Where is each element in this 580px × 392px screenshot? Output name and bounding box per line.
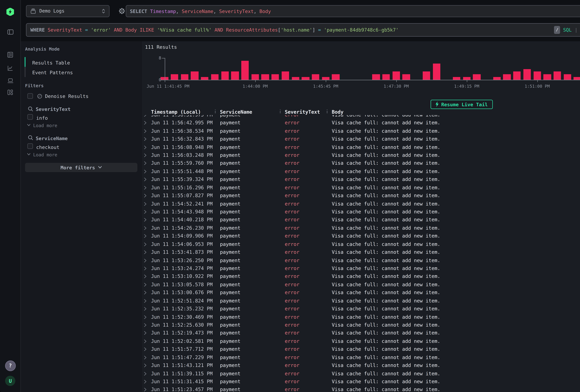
log-row[interactable]: Jun 11 1:55:51.448 PMpaymenterrorVisa ca…: [142, 167, 580, 176]
filters-label: Filters: [25, 83, 44, 88]
column-header-servicename[interactable]: ServiceName: [220, 109, 252, 114]
histogram-bar[interactable]: [403, 74, 410, 81]
severity-info-checkbox[interactable]: [27, 114, 33, 120]
log-row[interactable]: Jun 11 1:53:00.676 PMpaymenterrorVisa ca…: [142, 289, 580, 297]
log-row[interactable]: Jun 11 1:51:43.121 PMpaymenterrorVisa ca…: [142, 361, 580, 370]
histogram-bar[interactable]: [221, 72, 229, 81]
source-settings-button[interactable]: [119, 8, 125, 14]
filter-group-title-servicename[interactable]: ServiceName: [36, 135, 68, 141]
sidebar-toggle-icon[interactable]: [0, 29, 21, 35]
column-divider-handle[interactable]: [327, 110, 328, 114]
histogram-bar[interactable]: [523, 69, 531, 81]
log-row[interactable]: Jun 11 1:56:32.843 PMpaymenterrorVisa ca…: [142, 135, 580, 143]
mode-results-table[interactable]: Results Table: [32, 60, 70, 65]
log-row[interactable]: Jun 11 1:54:09.906 PMpaymenterrorVisa ca…: [142, 232, 580, 240]
log-row[interactable]: Jun 11 1:55:07.827 PMpaymenterrorVisa ca…: [142, 192, 580, 200]
histogram-bar[interactable]: [282, 72, 289, 81]
log-row[interactable]: Jun 11 1:54:52.241 PMpaymenterrorVisa ca…: [142, 200, 580, 208]
severity-load-more[interactable]: Load more: [33, 123, 57, 128]
histogram-bar[interactable]: [433, 63, 440, 81]
sessions-icon[interactable]: [0, 78, 21, 83]
histogram-bar[interactable]: [241, 61, 249, 81]
histogram-bar[interactable]: [554, 72, 561, 81]
histogram-bar[interactable]: [181, 74, 188, 81]
histogram-bar[interactable]: [171, 74, 178, 81]
column-header-timestamp-local[interactable]: Timestamp (Local): [151, 109, 201, 114]
log-row[interactable]: Jun 11 1:51:31.415 PMpaymenterrorVisa ca…: [142, 378, 580, 386]
log-row[interactable]: Jun 11 1:54:43.948 PMpaymenterrorVisa ca…: [142, 208, 580, 216]
histogram-bar[interactable]: [513, 72, 521, 81]
service-checkout-label[interactable]: checkout: [36, 144, 59, 150]
histogram-bar[interactable]: [473, 74, 480, 81]
log-row[interactable]: Jun 11 1:52:35.232 PMpaymenterrorVisa ca…: [142, 305, 580, 313]
column-divider-handle[interactable]: [280, 110, 281, 114]
source-select[interactable]: Demo Logs: [26, 5, 109, 17]
select-chevrons-icon: [101, 8, 105, 14]
histogram-bar[interactable]: [231, 72, 239, 81]
x-axis-line: [160, 80, 580, 80]
service-load-more[interactable]: Load more: [33, 152, 57, 157]
log-row[interactable]: Jun 11 1:53:26.250 PMpaymenterrorVisa ca…: [142, 256, 580, 264]
log-row[interactable]: Jun 11 1:52:25.630 PMpaymenterrorVisa ca…: [142, 321, 580, 329]
chart-explorer-icon[interactable]: [0, 65, 21, 71]
severity-info-label[interactable]: info: [36, 115, 48, 121]
histogram-bar[interactable]: [503, 74, 511, 81]
log-row[interactable]: Jun 11 1:53:10.922 PMpaymenterrorVisa ca…: [142, 272, 580, 281]
denoise-results-label[interactable]: Denoise Results: [45, 93, 89, 99]
log-row[interactable]: Jun 11 1:54:40.218 PMpaymenterrorVisa ca…: [142, 216, 580, 224]
more-filters-button[interactable]: More filters: [25, 163, 138, 172]
log-row[interactable]: Jun 11 1:51:57.712 PMpaymenterrorVisa ca…: [142, 345, 580, 353]
histogram-bar[interactable]: [382, 74, 390, 81]
filter-group-title-severitytext[interactable]: SeverityText: [36, 106, 71, 112]
histogram-bar[interactable]: [191, 72, 198, 81]
language-sql-option[interactable]: SQL: [563, 27, 572, 32]
column-header-body[interactable]: Body: [332, 109, 343, 114]
log-row[interactable]: Jun 11 1:55:59.760 PMpaymenterrorVisa ca…: [142, 159, 580, 167]
histogram-bar[interactable]: [211, 74, 219, 81]
log-row[interactable]: Jun 11 1:52:19.473 PMpaymenterrorVisa ca…: [142, 329, 580, 337]
histogram-bar[interactable]: [312, 74, 319, 81]
search-logs-icon[interactable]: [0, 52, 21, 58]
log-row[interactable]: Jun 11 1:53:41.873 PMpaymenterrorVisa ca…: [142, 248, 580, 257]
column-divider-handle[interactable]: [215, 110, 216, 114]
histogram-bar[interactable]: [251, 74, 259, 81]
histogram-bar[interactable]: [332, 74, 339, 81]
log-row[interactable]: Jun 11 1:52:30.469 PMpaymenterrorVisa ca…: [142, 313, 580, 321]
log-row[interactable]: Jun 11 1:51:23.457 PMpaymenterrorVisa ca…: [142, 386, 580, 392]
histogram-bar[interactable]: [544, 74, 551, 81]
log-row[interactable]: Jun 11 1:56:38.534 PMpaymenterrorVisa ca…: [142, 127, 580, 135]
log-row[interactable]: Jun 11 1:54:26.230 PMpaymenterrorVisa ca…: [142, 224, 580, 232]
log-row[interactable]: Jun 11 1:51:47.229 PMpaymenterrorVisa ca…: [142, 353, 580, 362]
histogram-bar[interactable]: [272, 74, 279, 81]
mode-event-patterns[interactable]: Event Patterns: [32, 69, 73, 75]
cell-severitytext: error: [285, 127, 299, 135]
log-row[interactable]: Jun 11 1:55:39.324 PMpaymenterrorVisa ca…: [142, 175, 580, 184]
log-row[interactable]: Jun 11 1:51:39.115 PMpaymenterrorVisa ca…: [142, 370, 580, 378]
histogram-bar[interactable]: [392, 72, 400, 81]
service-checkout-checkbox[interactable]: [27, 143, 33, 149]
help-button[interactable]: ?: [0, 361, 21, 371]
column-header-severitytext[interactable]: SeverityText: [285, 109, 320, 114]
histogram-bar[interactable]: [564, 74, 571, 81]
log-row[interactable]: Jun 11 1:54:06.953 PMpaymenterrorVisa ca…: [142, 240, 580, 248]
log-row[interactable]: Jun 11 1:56:51.975 PMpaymenterrorVisa ca…: [142, 115, 580, 119]
histogram-bar[interactable]: [423, 72, 430, 81]
select-columns-input[interactable]: SELECT Timestamp, ServiceName, SeverityT…: [126, 5, 580, 17]
histogram-bar[interactable]: [533, 72, 541, 81]
histogram-bar[interactable]: [262, 74, 269, 81]
where-filter-input[interactable]: WHERE SeverityText = 'error' AND Body IL…: [26, 23, 580, 36]
histogram-bar[interactable]: [372, 74, 380, 81]
log-row[interactable]: Jun 11 1:53:05.578 PMpaymenterrorVisa ca…: [142, 280, 580, 289]
log-row[interactable]: Jun 11 1:52:02.581 PMpaymenterrorVisa ca…: [142, 337, 580, 345]
resume-live-tail-button[interactable]: Resume Live Tail: [430, 100, 493, 109]
log-row[interactable]: Jun 11 1:55:16.296 PMpaymenterrorVisa ca…: [142, 184, 580, 192]
user-avatar[interactable]: U: [0, 376, 21, 386]
dashboards-icon[interactable]: [0, 90, 21, 95]
log-row[interactable]: Jun 11 1:56:03.248 PMpaymenterrorVisa ca…: [142, 151, 580, 159]
hyperdx-logo[interactable]: [0, 8, 21, 16]
log-row[interactable]: Jun 11 1:53:24.274 PMpaymenterrorVisa ca…: [142, 264, 580, 272]
log-row[interactable]: Jun 11 1:56:42.995 PMpaymenterrorVisa ca…: [142, 119, 580, 127]
denoise-checkbox[interactable]: [27, 93, 33, 99]
log-row[interactable]: Jun 11 1:56:08.948 PMpaymenterrorVisa ca…: [142, 143, 580, 151]
log-row[interactable]: Jun 11 1:52:51.824 PMpaymenterrorVisa ca…: [142, 297, 580, 305]
